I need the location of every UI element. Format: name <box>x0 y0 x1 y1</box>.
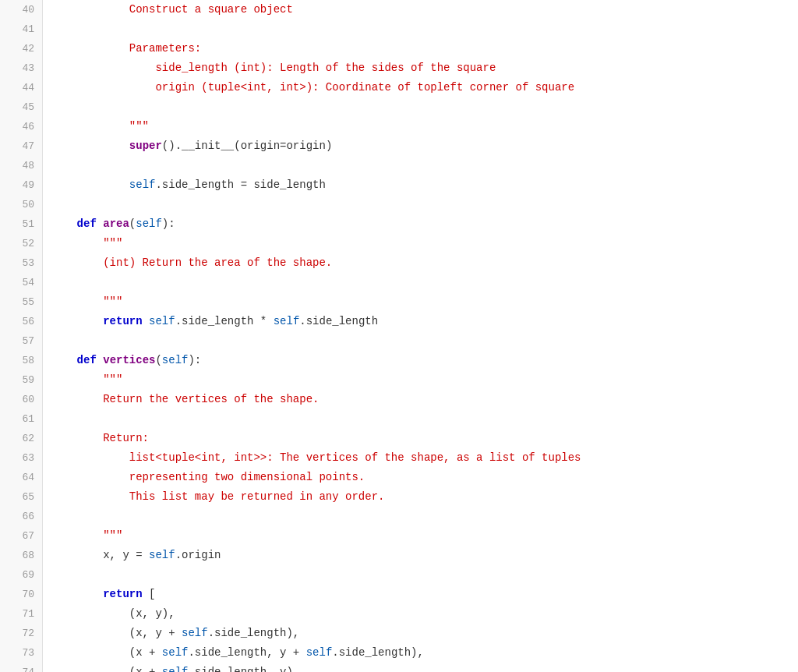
code-line: """ <box>51 234 798 253</box>
code-line: (x + self.side_length, y + self.side_len… <box>51 643 798 663</box>
line-number: 70 <box>8 585 34 604</box>
token-plain: .side_length, y + <box>188 646 305 659</box>
token-comment: """ <box>51 120 149 133</box>
token-comment: origin (tuple<int, int>): Coordinate of … <box>51 81 574 94</box>
line-number: 60 <box>8 390 34 409</box>
code-line: """ <box>51 526 798 546</box>
code-line: (x, y), <box>51 604 798 624</box>
line-number: 49 <box>8 175 34 195</box>
token-plain: ( <box>155 354 161 366</box>
code-line: super().__init__(origin=origin) <box>51 136 798 156</box>
code-line: Return the vertices of the shape. <box>51 390 798 409</box>
token-self-kw: self <box>136 218 162 230</box>
token-plain <box>51 140 129 152</box>
token-kw: def <box>77 218 97 230</box>
line-number: 71 <box>8 604 34 624</box>
token-kw: return <box>103 315 142 327</box>
token-plain: [ <box>143 588 156 600</box>
token-comment: """ <box>51 373 122 386</box>
token-plain: .side_length, y), <box>188 666 299 672</box>
token-plain: .side_length = side_length <box>155 179 325 191</box>
code-line: origin (tuple<int, int>): Coordinate of … <box>51 78 798 97</box>
token-plain: ( <box>129 218 136 230</box>
code-line: list<tuple<int, int>>: The vertices of t… <box>51 448 798 468</box>
token-self-kw: self <box>182 627 208 639</box>
code-line <box>51 409 798 429</box>
token-plain: .origin <box>175 549 221 561</box>
line-number: 46 <box>8 117 34 136</box>
token-plain <box>51 588 103 600</box>
line-number: 48 <box>8 156 34 175</box>
line-number: 52 <box>8 234 34 253</box>
code-line: x, y = self.origin <box>51 546 798 565</box>
line-number: 44 <box>8 78 34 97</box>
code-line: (x, y + self.side_length), <box>51 624 798 643</box>
line-number: 40 <box>8 0 34 19</box>
token-plain: .side_length * <box>175 315 274 327</box>
code-line: This list may be returned in any order. <box>51 487 798 507</box>
token-comment: side_length (int): Length of the sides o… <box>51 62 496 74</box>
code-line <box>51 97 798 117</box>
token-comment: This list may be returned in any order. <box>51 490 384 503</box>
code-line: Parameters: <box>51 39 798 58</box>
line-number: 56 <box>8 312 34 331</box>
line-number: 55 <box>8 292 34 312</box>
line-number: 42 <box>8 39 34 58</box>
token-comment: list<tuple<int, int>>: The vertices of t… <box>51 451 581 464</box>
line-number: 68 <box>8 546 34 565</box>
code-line: def area(self): <box>51 214 798 234</box>
code-line: representing two dimensional points. <box>51 468 798 487</box>
code-line <box>51 507 798 526</box>
token-plain <box>143 315 149 327</box>
token-fn: vertices <box>103 354 155 366</box>
token-plain: (x, y + <box>51 627 182 639</box>
token-comment: """ <box>51 295 122 308</box>
code-line: """ <box>51 292 798 312</box>
token-self-kw: self <box>274 315 300 327</box>
token-kw: def <box>77 354 97 366</box>
code-line: side_length (int): Length of the sides o… <box>51 58 798 78</box>
code-content[interactable]: Construct a square object Parameters: si… <box>43 0 798 672</box>
line-number: 62 <box>8 429 34 448</box>
code-line: self.side_length = side_length <box>51 175 798 195</box>
token-comment: """ <box>51 529 122 542</box>
token-plain: ): <box>162 218 175 230</box>
code-line: return [ <box>51 585 798 604</box>
token-comment: Return: <box>51 432 149 444</box>
line-number: 66 <box>8 507 34 526</box>
token-plain <box>97 354 103 366</box>
line-number: 45 <box>8 97 34 117</box>
line-number: 61 <box>8 409 34 429</box>
token-plain <box>51 315 103 327</box>
code-line <box>51 331 798 351</box>
token-plain: x, y = <box>51 549 149 561</box>
line-number: 67 <box>8 526 34 546</box>
line-number: 74 <box>8 663 34 672</box>
token-comment: """ <box>51 237 122 249</box>
token-comment: representing two dimensional points. <box>51 471 365 483</box>
token-plain: .side_length), <box>208 627 300 639</box>
line-number: 63 <box>8 448 34 468</box>
token-comment: Parameters: <box>51 42 201 55</box>
code-line: """ <box>51 370 798 390</box>
line-number: 54 <box>8 273 34 292</box>
line-number: 51 <box>8 214 34 234</box>
line-number: 53 <box>8 253 34 273</box>
token-plain: ().__init__(origin=origin) <box>162 140 332 152</box>
code-line: (x + self.side_length, y), <box>51 663 798 672</box>
line-number: 69 <box>8 565 34 585</box>
token-comment: Return the vertices of the shape. <box>51 393 319 405</box>
token-plain: (x + <box>51 666 162 672</box>
token-self-kw: self <box>162 666 189 672</box>
token-comment: (int) Return the area of the shape. <box>51 256 332 269</box>
line-number: 72 <box>8 624 34 643</box>
token-plain <box>97 218 103 230</box>
token-plain <box>51 354 77 366</box>
line-number: 64 <box>8 468 34 487</box>
line-number: 58 <box>8 351 34 370</box>
token-plain: (x + <box>51 646 162 659</box>
line-number: 59 <box>8 370 34 390</box>
token-self-kw: self <box>149 549 175 561</box>
line-number: 65 <box>8 487 34 507</box>
code-line <box>51 195 798 214</box>
